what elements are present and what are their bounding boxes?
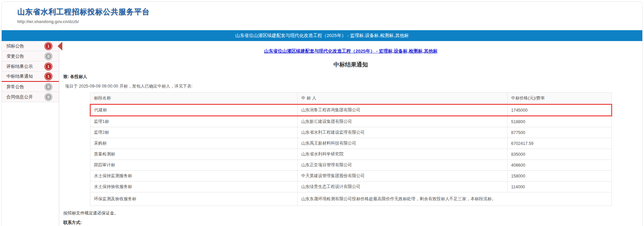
- table-row: 监理2标山东省水利工程建设监理有限公司877500: [90, 127, 611, 138]
- selected-arrow-icon: [58, 42, 62, 51]
- table-row: 跟踪审计标山东正坣项目管理有限公司406600: [90, 160, 611, 171]
- site-url: http://wr.shandong.gov.cn/dzzb/: [17, 19, 642, 24]
- cell-winner: 山东绿景生态工程设计有限公司: [297, 182, 507, 192]
- page-title: 中标结果通知: [59, 61, 642, 69]
- cell-section-name: 水土保持验收服务标: [90, 182, 297, 192]
- cell-price: 877500: [507, 127, 611, 138]
- count-badge: 1: [45, 43, 52, 50]
- cell-price: 114000: [507, 182, 611, 192]
- sidebar-item-label: 合同信息公开: [6, 94, 33, 100]
- sidebar-item-label: 变更公告: [6, 53, 24, 59]
- table-row: 环保监测及验收服务标山东东晟环境检测有限公司投标价格超最高限价作无效标处理，剩余…: [90, 192, 611, 206]
- cell-winner: 山东禹王新材料科技有限公司: [297, 138, 507, 149]
- intro-text: 项目于 2025-09-09 09:00:00 开标，发包人已确定中标人，详见下…: [65, 83, 642, 89]
- project-doc-link[interactable]: 山东省位山灌区续建配套与现代化改造工程（2025年） - 监理标,设备标,检测标…: [264, 49, 437, 54]
- count-badge: 1: [45, 73, 52, 80]
- project-banner-title: 山东省位山灌区续建配套与现代化改造工程（2025年） - 监理标,设备标,检测标…: [235, 33, 409, 38]
- site-header: 山东省水利工程招标投标公共服务平台 http://wr.shandong.gov…: [2, 2, 642, 30]
- main-content: 山东省位山灌区续建配套与现代化改造工程（2025年） - 监理标,设备标,检测标…: [59, 41, 642, 226]
- table-row: 水土保持监测服务标中天昊建设管理集团股份有限公司158000: [90, 171, 611, 182]
- count-badge: 0: [45, 94, 52, 100]
- cell-price: 158000: [507, 171, 611, 182]
- count-badge: 0: [45, 83, 52, 90]
- cell-winner: 山东润鲁工程咨询集团有限公司: [297, 105, 507, 116]
- results-table: 标段名称 中 标 人 中标价格(元)/费率 代建标山东润鲁工程咨询集团有限公司1…: [90, 92, 612, 206]
- table-row: 监理1标山东新汇建设集团有限公司518800: [90, 116, 611, 127]
- col-header-section: 标段名称: [90, 93, 297, 105]
- sidebar-item-6[interactable]: 合同信息公开0: [2, 92, 59, 102]
- sidebar-item-label: 异常公告: [6, 84, 24, 90]
- cell-winner: 山东正坣项目管理有限公司: [297, 160, 507, 171]
- count-badge: 0: [45, 53, 52, 60]
- count-badge: 1: [45, 63, 52, 70]
- cell-price: 6702417.59: [507, 138, 611, 149]
- sidebar-menu: 招标公告1变更公告0评标结果公示1中标结果通知1异常公告0合同信息公开0: [2, 41, 59, 226]
- project-banner: 山东省位山灌区续建配套与现代化改造工程（2025年） - 监理标,设备标,检测标…: [2, 30, 642, 41]
- contact-heading: 联系方式:: [63, 220, 642, 226]
- cell-winner: 中天昊建设管理集团股份有限公司: [297, 171, 507, 182]
- cell-section-name: 采购标: [90, 138, 297, 149]
- cell-winner: 山东省水利科学研究院: [297, 149, 507, 160]
- cell-price: 406600: [507, 160, 611, 171]
- cell-section-name: 监理2标: [90, 127, 297, 138]
- sidebar-item-label: 招标公告: [6, 43, 24, 49]
- cell-section-name: 质量检测标: [90, 149, 297, 160]
- content-layout: 招标公告1变更公告0评标结果公示1中标结果通知1异常公告0合同信息公开0 山东省…: [2, 41, 642, 226]
- sidebar-item-label: 评标结果公示: [6, 63, 33, 70]
- cell-section-name: 代建标: [90, 105, 297, 116]
- cell-section-name: 跟踪审计标: [90, 160, 297, 171]
- cell-section-name: 环保监测及验收服务标: [90, 192, 297, 206]
- table-row: 采购标山东禹王新材料科技有限公司6702417.59: [90, 138, 611, 149]
- cell-winner: 山东东晟环境检测有限公司投标价格超最高限价作无效标处理，剩余有效投标人不足三家，…: [297, 192, 611, 206]
- salutation-text: 致: 各投标人: [63, 74, 642, 80]
- site-logo-title: 山东省水利工程招标投标公共服务平台: [17, 7, 642, 17]
- cell-price: 1745000: [507, 105, 611, 116]
- table-header-row: 标段名称 中 标 人 中标价格(元)/费率: [90, 93, 611, 105]
- cell-price: 518800: [507, 116, 611, 127]
- sidebar-item-1[interactable]: 招标公告1: [2, 41, 59, 51]
- cell-price: 835000: [507, 149, 611, 160]
- cell-section-name: 水土保持监测服务标: [90, 171, 297, 182]
- page-container: 山东省水利工程招标投标公共服务平台 http://wr.shandong.gov…: [1, 1, 643, 226]
- cell-winner: 山东新汇建设集团有限公司: [297, 116, 507, 127]
- deposit-note: 按招标文件规定退还保证金。: [63, 210, 642, 216]
- sidebar-item-2[interactable]: 变更公告0: [2, 51, 59, 61]
- doc-link-row: 山东省位山灌区续建配套与现代化改造工程（2025年） - 监理标,设备标,检测标…: [59, 48, 642, 54]
- cell-winner: 山东省水利工程建设监理有限公司: [297, 127, 507, 138]
- cell-section-name: 监理1标: [90, 116, 297, 127]
- results-table-body: 代建标山东润鲁工程咨询集团有限公司1745000监理1标山东新汇建设集团有限公司…: [90, 105, 611, 206]
- table-row: 质量检测标山东省水利科学研究院835000: [90, 149, 611, 160]
- sidebar-item-5[interactable]: 异常公告0: [2, 82, 59, 92]
- sidebar-item-3[interactable]: 评标结果公示1: [2, 61, 59, 72]
- sidebar-item-label: 中标结果通知: [6, 73, 33, 79]
- col-header-price: 中标价格(元)/费率: [507, 93, 611, 105]
- col-header-winner: 中 标 人: [297, 93, 507, 105]
- sidebar-item-4[interactable]: 中标结果通知1: [2, 72, 59, 82]
- table-row: 代建标山东润鲁工程咨询集团有限公司1745000: [90, 105, 611, 116]
- table-row: 水土保持验收服务标山东绿景生态工程设计有限公司114000: [90, 182, 611, 192]
